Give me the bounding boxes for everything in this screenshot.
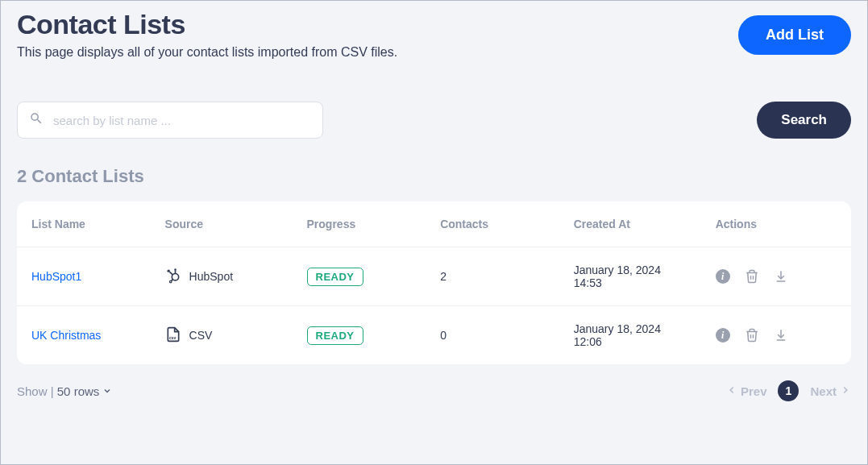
col-contacts: Contacts xyxy=(426,201,559,247)
svg-text:csv: csv xyxy=(169,334,177,339)
list-name-link[interactable]: HubSpot1 xyxy=(31,270,81,283)
page-subtitle: This page displays all of your contact l… xyxy=(17,45,397,60)
col-created-at: Created At xyxy=(559,201,701,247)
chevron-right-icon xyxy=(840,384,851,398)
col-actions: Actions xyxy=(701,201,851,247)
created-at-value: January 18, 2024 12:06 xyxy=(559,306,701,365)
col-source: Source xyxy=(151,201,293,247)
progress-badge: READY xyxy=(307,326,363,345)
page-number[interactable]: 1 xyxy=(778,380,799,401)
search-box[interactable] xyxy=(17,102,323,139)
svg-line-2 xyxy=(169,272,172,275)
search-button[interactable]: Search xyxy=(757,102,851,139)
table-row: HubSpot1 xyxy=(17,247,851,306)
progress-badge: READY xyxy=(307,268,363,286)
prev-button[interactable]: Prev xyxy=(726,384,767,398)
source-label: HubSpot xyxy=(189,270,233,283)
page-title: Contact Lists xyxy=(17,9,397,40)
list-count-heading: 2 Contact Lists xyxy=(17,166,851,187)
svg-point-6 xyxy=(169,280,172,283)
list-name-link[interactable]: UK Christmas xyxy=(31,329,101,342)
contacts-value: 0 xyxy=(426,306,559,365)
show-label: Show xyxy=(17,384,48,398)
rows-per-page: Show | 50 rows xyxy=(17,384,112,398)
col-progress: Progress xyxy=(293,201,426,247)
trash-icon[interactable] xyxy=(745,328,759,343)
svg-point-4 xyxy=(174,268,177,271)
download-icon[interactable] xyxy=(774,269,788,284)
search-icon xyxy=(29,111,44,129)
search-input[interactable] xyxy=(53,114,311,127)
source-label: CSV xyxy=(189,329,213,342)
add-list-button[interactable]: Add List xyxy=(738,15,851,55)
trash-icon[interactable] xyxy=(745,269,759,284)
chevron-down-icon xyxy=(102,384,112,398)
table-row: UK Christmas csv CSV READY xyxy=(17,306,851,365)
hubspot-icon xyxy=(165,268,181,286)
contacts-value: 2 xyxy=(426,247,559,306)
info-icon[interactable]: i xyxy=(716,328,730,343)
download-icon[interactable] xyxy=(774,328,788,343)
info-icon[interactable]: i xyxy=(716,269,730,284)
col-list-name: List Name xyxy=(17,201,151,247)
csv-file-icon: csv xyxy=(165,326,181,345)
contact-lists-table: List Name Source Progress Contacts Creat… xyxy=(17,201,851,364)
created-at-value: January 18, 2024 14:53 xyxy=(559,247,701,306)
rows-select[interactable]: 50 rows xyxy=(57,384,113,398)
next-button[interactable]: Next xyxy=(810,384,851,398)
svg-point-0 xyxy=(167,269,169,272)
chevron-left-icon xyxy=(726,384,737,398)
